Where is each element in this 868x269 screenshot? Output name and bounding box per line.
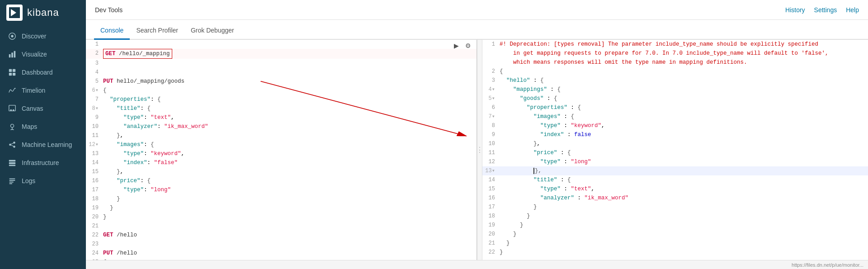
code-line: 18 }	[482, 212, 868, 221]
sidebar-item-visualize-label: Visualize	[22, 51, 47, 58]
code-line: 7▾ "images" : {	[482, 112, 868, 121]
code-line: 9 "type": "text",	[86, 113, 476, 122]
visualize-icon	[8, 50, 16, 58]
sidebar-item-logs-label: Logs	[22, 177, 35, 184]
svg-rect-20	[9, 162, 15, 164]
svg-point-12	[13, 109, 14, 111]
svg-rect-19	[9, 160, 15, 162]
code-line: 8▾ "title": {	[86, 104, 476, 113]
svg-rect-6	[9, 69, 12, 72]
code-line-highlighted: 13▾ },	[482, 166, 868, 175]
settings-button[interactable]: ⚙	[463, 41, 473, 51]
sidebar-item-dashboard-label: Dashboard	[22, 69, 53, 76]
editor-toolbar: ▶ ⚙	[451, 41, 473, 51]
code-line: 24 PUT /hello	[86, 249, 476, 258]
right-code-editor[interactable]: 1 #! Deprecation: [types removal] The pa…	[482, 40, 868, 260]
sidebar-item-ml[interactable]: Machine Learning	[0, 136, 86, 154]
svg-rect-8	[9, 73, 12, 76]
sidebar-item-logs[interactable]: Logs	[0, 172, 86, 190]
tab-search-profiler[interactable]: Search Profiler	[130, 22, 184, 40]
sidebar-item-maps[interactable]: Maps	[0, 118, 86, 136]
code-line: 12 "type" : "long"	[482, 157, 868, 166]
sidebar-item-infrastructure[interactable]: Infrastructure	[0, 154, 86, 172]
code-line: 9 "index" : false	[482, 130, 868, 139]
sidebar-item-timelion[interactable]: Timelion	[0, 81, 86, 99]
code-line: 10 "analyzer": "ik_max_word"	[86, 122, 476, 131]
code-line: 22 }	[482, 248, 868, 257]
svg-rect-25	[9, 183, 12, 184]
svg-line-17	[11, 143, 13, 144]
code-line: 15 },	[86, 167, 476, 176]
svg-point-13	[10, 124, 14, 127]
code-line: 20 }	[86, 212, 476, 222]
sidebar-item-visualize[interactable]: Visualize	[0, 45, 86, 63]
topbar-actions: History Settings Help	[785, 6, 859, 14]
code-line: 5▾ "goods" : {	[482, 94, 868, 103]
sidebar: kibana Discover Visualize Dashboard Time…	[0, 0, 86, 269]
settings-link[interactable]: Settings	[814, 6, 837, 14]
svg-point-14	[9, 144, 11, 146]
svg-rect-4	[11, 52, 13, 57]
svg-point-15	[13, 142, 15, 144]
code-line: 14 "index": "false"	[86, 158, 476, 167]
sidebar-nav: Discover Visualize Dashboard Timelion Ca…	[0, 25, 86, 269]
help-link[interactable]: Help	[846, 6, 859, 14]
code-line: 4▾ "mappings" : {	[482, 85, 868, 94]
logs-icon	[8, 177, 16, 185]
dashboard-icon	[8, 68, 16, 76]
code-line: 6 "properties" : {	[482, 103, 868, 112]
code-line: 21 }	[482, 239, 868, 248]
sidebar-item-ml-label: Machine Learning	[22, 141, 72, 148]
sidebar-item-canvas[interactable]: Canvas	[0, 99, 86, 118]
code-line: 7 "properties": {	[86, 95, 476, 104]
code-line: 13 "type": "keyword",	[86, 149, 476, 158]
sidebar-item-infrastructure-label: Infrastructure	[22, 159, 59, 166]
svg-rect-23	[9, 180, 15, 181]
svg-rect-7	[13, 69, 15, 72]
code-line: 4	[86, 68, 476, 77]
right-editor-panel: 1 #! Deprecation: [types removal] The pa…	[482, 40, 868, 260]
code-line: 10 },	[482, 139, 868, 148]
infrastructure-icon	[8, 159, 16, 167]
topbar: Dev Tools History Settings Help	[86, 0, 868, 20]
canvas-icon	[8, 104, 16, 113]
code-line: 12▾ "images": {	[86, 140, 476, 149]
main-area: Dev Tools History Settings Help Console …	[86, 0, 868, 269]
tab-grok-debugger[interactable]: Grok Debugger	[184, 22, 241, 40]
svg-rect-10	[9, 105, 15, 111]
left-editor-panel: ▶ ⚙ 1 2 GET /hello/_mapping	[86, 40, 477, 260]
svg-rect-21	[9, 165, 15, 166]
code-line: 23	[86, 240, 476, 249]
code-line: 8 "type" : "keyword",	[482, 121, 868, 130]
panel-divider[interactable]: ⋮	[477, 40, 482, 260]
kibana-logo-icon	[6, 5, 23, 21]
maps-icon	[8, 123, 16, 131]
sidebar-item-discover[interactable]: Discover	[0, 27, 86, 45]
ml-icon	[8, 141, 16, 149]
statusbar: https://files.dn.net/p/ue/monitor...	[86, 260, 868, 269]
sidebar-item-timelion-label: Timelion	[22, 87, 45, 94]
svg-point-16	[13, 146, 15, 148]
code-line: 17 "type": "long"	[86, 185, 476, 194]
code-line: 11 "price" : {	[482, 148, 868, 157]
status-url: https://files.dn.net/p/ue/monitor...	[792, 262, 863, 268]
code-line: 16 "price": {	[86, 176, 476, 185]
sidebar-item-discover-label: Discover	[22, 33, 46, 40]
code-line: 19 }	[86, 203, 476, 212]
code-line: 3 "hello" : {	[482, 76, 868, 85]
code-line: 15 "type" : "text",	[482, 184, 868, 193]
tab-console[interactable]: Console	[94, 22, 130, 40]
sidebar-item-canvas-label: Canvas	[22, 105, 43, 112]
code-line-comment: 1 #! Deprecation: [types removal] The pa…	[482, 40, 868, 49]
code-line: 18 }	[86, 194, 476, 203]
left-code-editor[interactable]: 1 2 GET /hello/_mapping 3 4	[86, 40, 476, 260]
code-line: 19 }	[482, 221, 868, 230]
sidebar-item-dashboard[interactable]: Dashboard	[0, 63, 86, 81]
code-line: 11 },	[86, 131, 476, 140]
history-link[interactable]: History	[785, 6, 805, 14]
code-line: 16 "analyzer" : "ik_max_word"	[482, 193, 868, 203]
svg-rect-9	[13, 73, 15, 76]
tabs-bar: Console Search Profiler Grok Debugger	[86, 20, 868, 40]
code-line-comment: 1 which means responses will omit the ty…	[482, 58, 868, 67]
run-button[interactable]: ▶	[451, 41, 461, 51]
